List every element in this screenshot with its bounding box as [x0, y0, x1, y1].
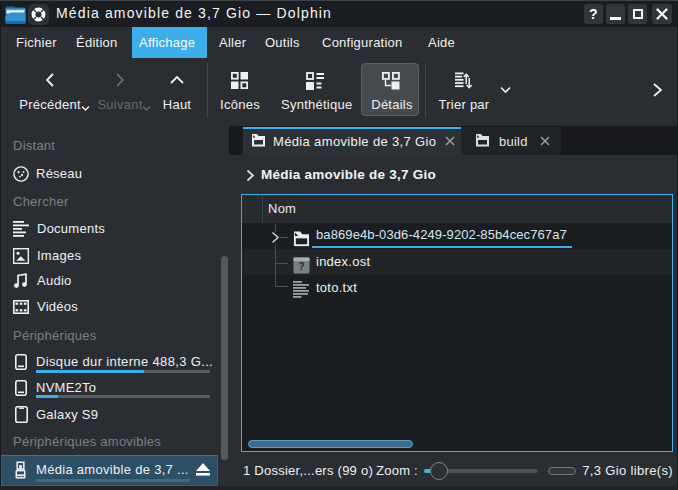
svg-text:?: ?	[298, 260, 305, 272]
